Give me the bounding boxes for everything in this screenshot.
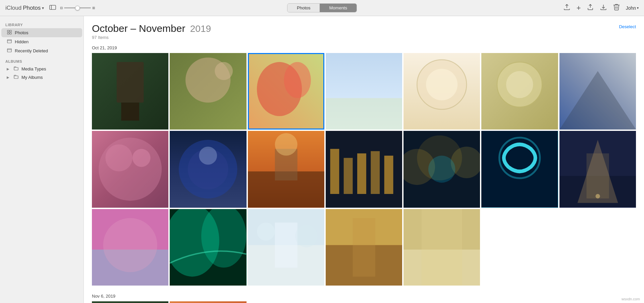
right-actions: + John ▾ bbox=[563, 3, 639, 12]
photo-cell[interactable] bbox=[559, 53, 636, 130]
albums-section-label: Albums bbox=[0, 55, 84, 65]
photo-cell[interactable] bbox=[404, 209, 480, 286]
photo-cell[interactable] bbox=[170, 53, 246, 130]
main-layout: Library Photos Hidden bbox=[0, 16, 644, 303]
photo-cell-empty bbox=[404, 301, 480, 303]
upload-icon[interactable] bbox=[563, 3, 571, 12]
view-tab-group: Photos Moments bbox=[287, 3, 357, 12]
user-chevron-icon: ▾ bbox=[637, 6, 639, 10]
title-main: October – November bbox=[92, 23, 185, 34]
photo-cell[interactable] bbox=[248, 53, 324, 130]
photo-cell[interactable] bbox=[170, 131, 246, 207]
photo-cell[interactable] bbox=[481, 131, 558, 207]
sidebar: Library Photos Hidden bbox=[0, 16, 84, 303]
svg-rect-16 bbox=[121, 103, 139, 121]
delete-icon[interactable] bbox=[613, 3, 620, 12]
svg-point-30 bbox=[506, 71, 533, 98]
zoom-out-icon: ⊟ bbox=[60, 6, 63, 10]
svg-rect-10 bbox=[7, 49, 11, 52]
sidebar-toggle-button[interactable] bbox=[49, 4, 56, 12]
zoom-slider[interactable] bbox=[64, 7, 91, 8]
svg-rect-74 bbox=[353, 218, 375, 276]
app-logo: iCloud Photos ▾ bbox=[5, 5, 44, 11]
photo-cell-empty bbox=[559, 209, 636, 286]
photo-cell[interactable] bbox=[481, 53, 558, 130]
photo-cell[interactable] bbox=[559, 131, 636, 207]
sidebar-item-photos[interactable]: Photos bbox=[1, 28, 82, 37]
date-label-oct: Oct 21, 2019 bbox=[92, 45, 636, 50]
photo-cell[interactable] bbox=[92, 53, 168, 130]
svg-rect-5 bbox=[10, 30, 11, 32]
photo-cell[interactable] bbox=[170, 209, 246, 286]
tab-moments[interactable]: Moments bbox=[320, 4, 357, 12]
download-icon[interactable] bbox=[600, 3, 607, 12]
photo-cell-empty bbox=[481, 209, 558, 286]
svg-rect-47 bbox=[384, 156, 393, 194]
svg-rect-45 bbox=[357, 153, 366, 194]
svg-rect-44 bbox=[344, 158, 353, 194]
photo-cell[interactable] bbox=[404, 53, 480, 130]
svg-rect-77 bbox=[422, 209, 462, 286]
photo-cell-empty bbox=[481, 301, 558, 303]
sidebar-group-media-types[interactable]: ▶ Media Types bbox=[1, 65, 82, 73]
svg-point-27 bbox=[426, 69, 458, 100]
sidebar-hidden-label: Hidden bbox=[15, 39, 29, 44]
photo-cell-empty bbox=[248, 301, 324, 303]
media-types-folder-icon bbox=[13, 66, 19, 71]
photo-cell[interactable] bbox=[326, 209, 402, 286]
zoom-in-icon: ⊞ bbox=[92, 6, 95, 10]
page-subtitle: 97 Items bbox=[92, 35, 636, 40]
svg-point-41 bbox=[275, 133, 297, 156]
photo-cell-empty bbox=[326, 301, 402, 303]
photo-cell[interactable] bbox=[92, 131, 168, 207]
sidebar-group-my-albums[interactable]: ▶ My Albums bbox=[1, 73, 82, 82]
my-albums-label: My Albums bbox=[21, 75, 43, 80]
photo-cell[interactable] bbox=[404, 131, 480, 207]
photo-cell[interactable] bbox=[92, 301, 168, 303]
add-icon[interactable]: + bbox=[577, 4, 581, 12]
photo-cell[interactable] bbox=[170, 301, 246, 303]
photo-cell[interactable] bbox=[92, 209, 168, 286]
svg-rect-7 bbox=[10, 33, 11, 34]
svg-point-62 bbox=[103, 218, 157, 272]
sidebar-item-hidden[interactable]: Hidden bbox=[1, 37, 82, 46]
library-section-label: Library bbox=[0, 19, 84, 28]
svg-rect-43 bbox=[330, 149, 339, 194]
photos-label: Photos bbox=[23, 5, 41, 11]
app-chevron-icon[interactable]: ▾ bbox=[42, 6, 44, 10]
hidden-icon bbox=[7, 39, 12, 45]
my-albums-folder-icon bbox=[13, 75, 19, 80]
svg-point-59 bbox=[595, 194, 600, 198]
sidebar-recently-deleted-label: Recently Deleted bbox=[15, 48, 48, 53]
sidebar-item-recently-deleted[interactable]: Recently Deleted bbox=[1, 46, 82, 55]
svg-point-35 bbox=[132, 149, 151, 167]
photo-cell[interactable] bbox=[248, 209, 324, 286]
svg-point-19 bbox=[215, 62, 233, 80]
user-name: John bbox=[626, 5, 636, 11]
svg-rect-15 bbox=[117, 62, 144, 103]
user-menu-button[interactable]: John ▾ bbox=[626, 5, 639, 11]
date-label-nov: Nov 6, 2019 bbox=[92, 294, 636, 299]
tab-photos[interactable]: Photos bbox=[287, 4, 320, 12]
title-year: 2019 bbox=[190, 23, 211, 34]
svg-point-34 bbox=[105, 145, 132, 172]
photos-icon bbox=[7, 30, 12, 36]
svg-rect-58 bbox=[586, 153, 609, 198]
content-area: Deselect October – November 2019 97 Item… bbox=[84, 16, 644, 303]
photo-grid-row3 bbox=[92, 209, 636, 286]
share-icon[interactable] bbox=[587, 4, 594, 12]
svg-point-69 bbox=[257, 222, 275, 241]
page-header: Deselect October – November 2019 97 Item… bbox=[92, 23, 636, 40]
photo-cell[interactable] bbox=[248, 131, 324, 207]
photo-cell[interactable] bbox=[326, 131, 402, 207]
page-title: October – November 2019 bbox=[92, 23, 636, 34]
svg-point-52 bbox=[428, 156, 455, 183]
icloud-label: iCloud bbox=[5, 5, 21, 11]
svg-point-22 bbox=[284, 62, 311, 98]
photo-grid-row2 bbox=[92, 131, 636, 207]
media-types-label: Media Types bbox=[21, 66, 46, 71]
svg-rect-68 bbox=[275, 222, 297, 267]
photo-cell[interactable] bbox=[326, 53, 402, 130]
deselect-button[interactable]: Deselect bbox=[619, 24, 636, 29]
svg-point-70 bbox=[295, 225, 318, 247]
